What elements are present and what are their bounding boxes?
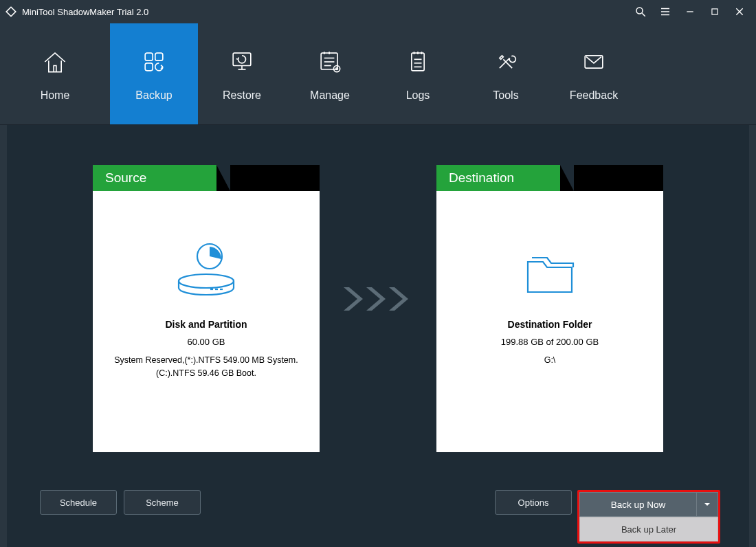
svg-rect-9 [145, 53, 153, 60]
tab-manage[interactable]: Manage [286, 23, 374, 124]
menu-icon[interactable] [653, 0, 678, 23]
tab-home[interactable]: Home [0, 23, 110, 124]
backup-split-button: Back up Now [579, 492, 718, 517]
backup-dropdown-button[interactable] [696, 492, 718, 517]
main-content: Source Disk and Partition 60.00 GB [0, 125, 756, 547]
destination-panel: Destination Destination Folder 199.88 GB… [436, 165, 663, 452]
destination-header-label: Destination [436, 165, 560, 191]
folder-icon [515, 232, 584, 315]
tab-manage-label: Manage [310, 89, 350, 102]
minimize-button[interactable] [678, 0, 702, 23]
tab-logs-label: Logs [406, 89, 430, 102]
search-icon[interactable] [628, 0, 653, 23]
source-header-label: Source [93, 165, 216, 191]
svg-point-0 [636, 8, 643, 14]
tab-tools[interactable]: Tools [462, 23, 550, 124]
options-button[interactable]: Options [495, 490, 572, 515]
tab-restore-label: Restore [223, 89, 261, 102]
source-size: 60.00 GB [188, 337, 225, 347]
source-header: Source [93, 165, 320, 191]
app-title: MiniTool ShadowMaker Trial 2.0 [22, 7, 148, 17]
destination-body[interactable]: Destination Folder 199.88 GB of 200.00 G… [436, 191, 663, 452]
destination-size: 199.88 GB of 200.00 GB [501, 337, 599, 347]
title-bar: MiniTool ShadowMaker Trial 2.0 [0, 0, 756, 23]
disk-icon [172, 232, 241, 315]
app-logo-icon [4, 5, 18, 19]
tab-logs[interactable]: Logs [374, 23, 462, 124]
tab-feedback[interactable]: Feedback [550, 23, 638, 124]
svg-point-31 [179, 274, 234, 288]
source-panel: Source Disk and Partition 60.00 GB [93, 165, 320, 452]
schedule-button[interactable]: Schedule [40, 490, 117, 515]
tab-home-label: Home [41, 89, 70, 102]
svg-line-1 [642, 13, 645, 16]
svg-rect-11 [145, 63, 153, 70]
app-window: MiniTool ShadowMaker Trial 2.0 Home Back… [0, 0, 756, 547]
content-area: Source Disk and Partition 60.00 GB [7, 125, 749, 547]
maximize-button[interactable] [702, 0, 727, 23]
source-body[interactable]: Disk and Partition 60.00 GB System Reser… [93, 191, 320, 452]
backup-button-group: Back up Now Back up Later [577, 490, 720, 544]
svg-rect-23 [412, 53, 424, 71]
tab-bar: Home Backup Restore Manage Logs Tools Fe… [0, 23, 756, 125]
svg-rect-6 [712, 9, 718, 14]
panels-row: Source Disk and Partition 60.00 GB [7, 165, 749, 452]
destination-header: Destination [436, 165, 663, 191]
tab-backup-label: Backup [135, 89, 172, 102]
svg-rect-12 [233, 53, 251, 65]
tab-restore[interactable]: Restore [198, 23, 286, 124]
tab-tools-label: Tools [493, 89, 518, 102]
arrows-icon [333, 282, 423, 316]
tab-backup[interactable]: Backup [110, 23, 198, 124]
bottom-bar: Schedule Scheme Options Back up Now Back… [7, 465, 749, 547]
scheme-button[interactable]: Scheme [124, 490, 201, 515]
destination-title: Destination Folder [508, 319, 592, 330]
tab-feedback-label: Feedback [570, 89, 618, 102]
destination-path: G:\ [537, 354, 563, 367]
backup-now-button[interactable]: Back up Now [579, 492, 696, 517]
svg-rect-10 [155, 53, 163, 60]
source-detail: System Reserved,(*:).NTFS 549.00 MB Syst… [93, 354, 320, 380]
source-title: Disk and Partition [165, 319, 247, 330]
backup-later-button[interactable]: Back up Later [579, 517, 718, 542]
close-button[interactable] [727, 0, 752, 23]
